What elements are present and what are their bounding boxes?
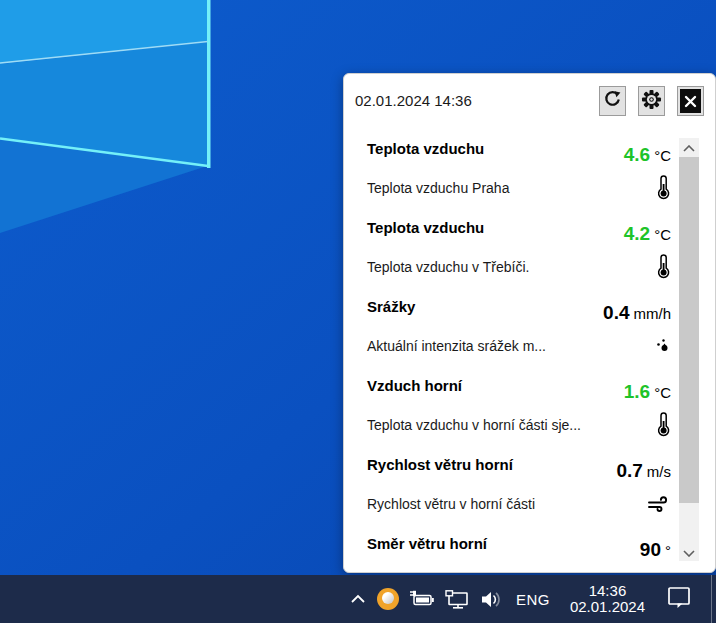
scroll-down-button[interactable] (679, 543, 699, 561)
panel-header-buttons (599, 86, 704, 116)
clock-date: 02.01.2024 (570, 599, 645, 615)
sensor-value: 4.6 (624, 144, 650, 165)
tray-app-orange-icon[interactable] (377, 588, 399, 610)
scroll-up-button[interactable] (679, 138, 699, 156)
sensor-subtitle: Teplota vzduchu Praha (367, 176, 509, 196)
sensor-subtitle: Teplota vzduchu v Třebíči. (367, 255, 529, 275)
sensor-subtitle: Aktuální intenzita srážek m... (367, 334, 546, 354)
sensor-list: Teplota vzduchu 4.6°C Teplota vzduchu Pr… (367, 140, 671, 573)
taskbar: ENG 14:36 02.01.2024 (0, 575, 716, 623)
sensor-title: Teplota vzduchu (367, 140, 484, 158)
notification-bubble-icon (667, 586, 691, 613)
refresh-button[interactable] (599, 86, 626, 116)
sensor-value: 90 (640, 539, 661, 560)
sensor-title: Teplota vzduchu (367, 219, 484, 237)
sensor-title: Rychlost větru horní (367, 456, 513, 474)
close-button[interactable] (677, 86, 704, 116)
language-indicator[interactable]: ENG (516, 575, 550, 623)
chevron-down-icon (683, 543, 695, 561)
sensor-row: Teplota vzduchu 4.6°C Teplota vzduchu Pr… (367, 140, 671, 219)
sensor-unit: °C (654, 147, 671, 164)
panel-scrollbar[interactable] (679, 138, 699, 561)
panel-datetime: 02.01.2024 14:36 (355, 86, 472, 109)
panel-header: 02.01.2024 14:36 (344, 74, 715, 116)
scrollbar-thumb[interactable] (679, 157, 699, 503)
network-icon[interactable] (445, 575, 470, 623)
sensor-unit: °C (654, 226, 671, 243)
thermometer-icon (656, 412, 671, 441)
sensor-row: Rychlost větru horní 0.7m/s Rychlost vět… (367, 456, 671, 535)
refresh-icon (603, 90, 622, 112)
sensor-unit: ° (665, 542, 671, 559)
sensor-unit: °C (654, 384, 671, 401)
chevron-up-icon (350, 590, 366, 608)
system-tray: ENG 14:36 02.01.2024 (345, 575, 716, 623)
show-desktop-button[interactable] (711, 575, 712, 623)
sensor-row: Teplota vzduchu 4.2°C Teplota vzduchu v … (367, 219, 671, 298)
sensor-unit: mm/h (634, 305, 672, 322)
sensor-title: Vzduch horní (367, 377, 462, 395)
action-center-button[interactable] (667, 575, 691, 623)
sensor-row: Směr větru horní 90° (367, 535, 671, 573)
battery-charging-icon[interactable] (409, 575, 435, 623)
sensor-subtitle: Teplota vzduchu v horní části sje... (367, 413, 581, 433)
sensor-value: 4.2 (624, 223, 650, 244)
raindrops-icon (654, 337, 671, 358)
sensor-row: Srážky 0.4mm/h Aktuální intenzita srážek… (367, 298, 671, 377)
chevron-up-icon (683, 138, 695, 156)
thermometer-icon (656, 175, 671, 204)
thermometer-icon (656, 254, 671, 283)
sensor-value: 0.4 (603, 302, 629, 323)
sensor-title: Směr větru horní (367, 535, 487, 553)
wind-icon (648, 495, 671, 516)
hidden-icons-button[interactable] (345, 575, 371, 623)
settings-button[interactable] (638, 86, 665, 116)
close-icon (680, 89, 701, 113)
sensor-value: 1.6 (624, 381, 650, 402)
weather-widget-panel: 02.01.2024 14:36 (343, 73, 716, 573)
sensor-row: Vzduch horní 1.6°C Teplota vzduchu v hor… (367, 377, 671, 456)
sensor-title: Srážky (367, 298, 415, 316)
clock-time: 14:36 (570, 583, 645, 599)
speaker-volume-icon[interactable] (480, 575, 504, 623)
sensor-value: 0.7 (616, 460, 642, 481)
sensor-subtitle: Rychlost větru v horní části (367, 492, 535, 512)
taskbar-clock[interactable]: 14:36 02.01.2024 (570, 583, 645, 615)
gear-icon (641, 89, 662, 113)
sensor-unit: m/s (647, 463, 671, 480)
